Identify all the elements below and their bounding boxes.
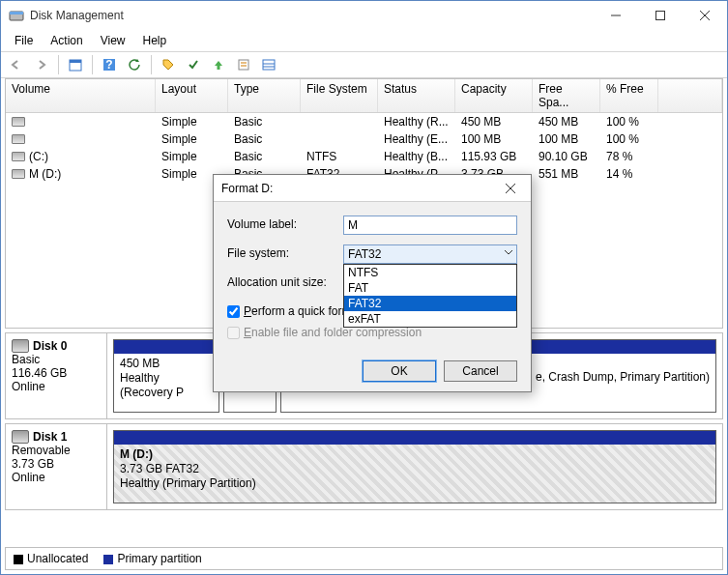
option-fat32[interactable]: FAT32 <box>344 296 516 311</box>
allocation-size-label: Allocation unit size: <box>227 273 343 289</box>
up-arrow-icon[interactable] <box>207 54 230 75</box>
minimize-button[interactable] <box>594 1 638 30</box>
window-title: Disk Management <box>30 9 594 22</box>
col-volume[interactable]: Volume <box>6 79 156 112</box>
ok-button[interactable]: OK <box>363 360 436 382</box>
legend: Unallocated Primary partition <box>5 547 723 570</box>
volume-row[interactable]: SimpleBasicHealthy (R...450 MB450 MB100 … <box>6 113 722 130</box>
drive-icon <box>12 152 25 161</box>
svg-rect-11 <box>239 60 248 70</box>
svg-rect-3 <box>656 12 665 20</box>
help-icon[interactable]: ? <box>98 54 121 75</box>
swatch-primary <box>103 555 113 564</box>
option-fat[interactable]: FAT <box>344 280 516 296</box>
back-icon[interactable] <box>5 54 28 75</box>
title-bar: Disk Management <box>1 1 727 30</box>
volume-row[interactable]: SimpleBasicHealthy (E...100 MB100 MB100 … <box>6 130 722 148</box>
svg-rect-10 <box>218 66 220 70</box>
file-system-combobox[interactable]: FAT32 <box>343 244 517 264</box>
close-button[interactable] <box>683 1 727 30</box>
menu-action[interactable]: Action <box>43 32 90 49</box>
col-free[interactable]: Free Spa... <box>533 79 600 112</box>
forward-icon[interactable] <box>30 54 53 75</box>
svg-rect-7 <box>70 60 81 63</box>
volume-header: Volume Layout Type File System Status Ca… <box>6 79 722 113</box>
partition[interactable]: 450 MBHealthy (Recovery P <box>113 339 219 413</box>
disk-title: Disk 0 <box>33 339 67 353</box>
volume-row[interactable]: (C:) SimpleBasicNTFSHealthy (B...115.93 … <box>6 148 722 165</box>
menu-help[interactable]: Help <box>135 32 175 49</box>
tag-icon[interactable] <box>157 54 180 75</box>
drive-icon <box>12 169 25 179</box>
file-system-label: File system: <box>227 244 343 260</box>
menu-file[interactable]: File <box>7 32 41 49</box>
drive-icon <box>12 134 25 144</box>
volume-label-label: Volume label: <box>227 216 343 231</box>
svg-rect-1 <box>10 12 23 14</box>
chevron-down-icon <box>504 247 513 257</box>
col-capacity[interactable]: Capacity <box>455 79 533 112</box>
partition[interactable]: M (D:)3.73 GB FAT32Healthy (Primary Part… <box>113 430 716 503</box>
col-layout[interactable]: Layout <box>156 79 228 112</box>
calendar-icon[interactable] <box>64 54 87 75</box>
col-fs[interactable]: File System <box>301 79 378 112</box>
cancel-button[interactable]: Cancel <box>444 360 517 382</box>
properties-icon[interactable] <box>232 54 255 75</box>
toolbar: ? <box>1 51 727 78</box>
file-system-dropdown: NTFS FAT FAT32 exFAT <box>343 264 517 328</box>
svg-text:?: ? <box>105 58 112 72</box>
dialog-title: Format D: <box>221 182 498 195</box>
col-pct[interactable]: % Free <box>600 79 658 112</box>
disk-title: Disk 1 <box>33 430 67 444</box>
app-icon <box>9 8 24 23</box>
option-exfat[interactable]: exFAT <box>344 311 516 327</box>
list-icon[interactable] <box>257 54 280 75</box>
menu-bar: File Action View Help <box>1 30 727 51</box>
maximize-button[interactable] <box>638 1 683 30</box>
check-icon[interactable] <box>182 54 205 75</box>
col-status[interactable]: Status <box>378 79 455 112</box>
drive-icon <box>12 117 25 127</box>
format-dialog: Format D: Volume label: File system: FAT… <box>213 174 532 392</box>
disk-icon <box>12 430 29 444</box>
disk-icon <box>12 339 29 353</box>
col-type[interactable]: Type <box>228 79 301 112</box>
menu-view[interactable]: View <box>93 32 133 49</box>
refresh-icon[interactable] <box>123 54 146 75</box>
option-ntfs[interactable]: NTFS <box>344 265 516 280</box>
swatch-unallocated <box>14 555 23 564</box>
dialog-close-button[interactable] <box>498 178 523 199</box>
svg-rect-14 <box>263 60 275 70</box>
volume-label-input[interactable] <box>343 216 517 235</box>
disk-1-card: Disk 1 Removable 3.73 GB Online M (D:)3.… <box>5 423 723 510</box>
